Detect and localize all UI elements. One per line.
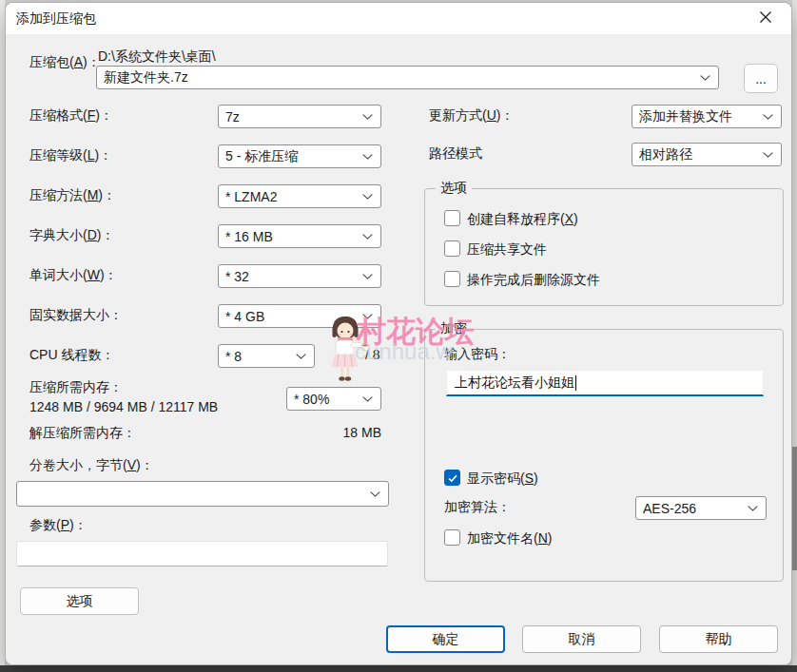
password-label: 输入密码： bbox=[444, 346, 511, 363]
chevron-down-icon bbox=[370, 490, 380, 497]
word-size-label: 单词大小(W)： bbox=[29, 267, 118, 284]
level-label: 压缩等级(L)： bbox=[29, 147, 112, 164]
parameters-label: 参数(P)： bbox=[29, 517, 87, 534]
dialog-title: 添加到压缩包 bbox=[16, 10, 96, 28]
chevron-down-icon bbox=[362, 313, 373, 319]
path-mode-label: 路径模式 bbox=[429, 145, 482, 163]
update-mode-dropdown[interactable]: 添加并替换文件 bbox=[632, 105, 782, 128]
cpu-threads-max: / 8 bbox=[365, 347, 380, 362]
encryption-group-title: 加密 bbox=[436, 320, 472, 337]
chevron-down-icon bbox=[362, 395, 373, 402]
word-size-dropdown[interactable]: * 32 bbox=[218, 264, 381, 288]
chevron-down-icon bbox=[362, 193, 373, 200]
cpu-threads-dropdown[interactable]: * 8 bbox=[218, 344, 315, 368]
decompress-memory-value: 18 MB bbox=[286, 425, 381, 440]
add-to-archive-dialog: 添加到压缩包 压缩包(A)： D:\系统文件夹\桌面\ 新建文件夹.7z ...… bbox=[5, 2, 792, 665]
encryption-method-dropdown[interactable]: AES-256 bbox=[635, 496, 767, 520]
checkbox-show-password[interactable] bbox=[444, 470, 460, 486]
browse-button[interactable]: ... bbox=[744, 64, 778, 93]
chevron-down-icon bbox=[362, 153, 373, 160]
chevron-down-icon bbox=[362, 233, 373, 240]
encrypt-names-label[interactable]: 加密文件名(N) bbox=[467, 530, 552, 547]
close-button[interactable] bbox=[748, 7, 784, 31]
close-icon bbox=[759, 10, 772, 28]
format-label: 压缩格式(F)： bbox=[29, 107, 113, 125]
memory-usage-detail: 1248 MB / 9694 MB / 12117 MB bbox=[29, 399, 218, 414]
archive-label: 压缩包(A)： bbox=[29, 54, 101, 71]
options-button[interactable]: 选项 bbox=[20, 587, 139, 615]
text-caret bbox=[575, 375, 576, 391]
format-dropdown[interactable]: 7z bbox=[218, 105, 381, 128]
volume-size-combo[interactable] bbox=[16, 481, 389, 507]
delete-after-label[interactable]: 操作完成后删除源文件 bbox=[467, 272, 600, 289]
method-label: 压缩方法(M)： bbox=[29, 187, 116, 204]
cpu-threads-label: CPU 线程数： bbox=[29, 347, 114, 364]
chevron-down-icon bbox=[700, 74, 710, 81]
archive-name-combo[interactable]: 新建文件夹.7z bbox=[96, 66, 719, 89]
chevron-down-icon bbox=[748, 505, 758, 511]
update-mode-label: 更新方式(U)： bbox=[429, 107, 514, 125]
check-icon bbox=[447, 472, 458, 484]
memory-usage-label: 压缩所需内存： bbox=[29, 379, 123, 396]
checkbox-create-sfx[interactable] bbox=[444, 210, 460, 226]
help-button[interactable]: 帮助 bbox=[659, 625, 778, 653]
chevron-down-icon bbox=[296, 353, 306, 359]
chevron-down-icon bbox=[763, 113, 773, 120]
checkbox-delete-after[interactable] bbox=[444, 271, 460, 287]
parameters-input[interactable] bbox=[16, 541, 388, 566]
solid-block-dropdown[interactable]: * 4 GB bbox=[218, 304, 381, 328]
show-password-label[interactable]: 显示密码(S) bbox=[467, 470, 538, 488]
compress-shared-label[interactable]: 压缩共享文件 bbox=[467, 241, 547, 259]
create-sfx-label[interactable]: 创建自释放程序(X) bbox=[467, 211, 578, 228]
dictionary-dropdown[interactable]: * 16 MB bbox=[218, 224, 381, 248]
encryption-method-label: 加密算法： bbox=[444, 499, 511, 516]
checkbox-encrypt-names[interactable] bbox=[444, 529, 460, 546]
chevron-down-icon bbox=[362, 273, 373, 279]
password-input[interactable]: 上村花论坛看小姐姐 bbox=[446, 370, 764, 396]
path-mode-dropdown[interactable]: 相对路径 bbox=[632, 143, 782, 166]
level-dropdown[interactable]: 5 - 标准压缩 bbox=[218, 144, 381, 168]
options-group-title: 选项 bbox=[436, 180, 472, 197]
archive-path-text: D:\系统文件夹\桌面\ bbox=[98, 48, 216, 66]
solid-block-label: 固实数据大小： bbox=[29, 307, 123, 324]
checkbox-compress-shared[interactable] bbox=[444, 240, 460, 257]
background-scrollbar-fragment bbox=[792, 447, 797, 570]
cancel-button[interactable]: 取消 bbox=[522, 625, 641, 653]
ok-button[interactable]: 确定 bbox=[386, 625, 505, 653]
memory-usage-dropdown[interactable]: * 80% bbox=[286, 387, 381, 411]
chevron-down-icon bbox=[763, 151, 773, 158]
title-bar: 添加到压缩包 bbox=[6, 3, 791, 34]
decompress-memory-label: 解压缩所需内存： bbox=[29, 425, 136, 442]
volume-size-label: 分卷大小，字节(V)： bbox=[29, 457, 154, 474]
method-dropdown[interactable]: * LZMA2 bbox=[218, 184, 381, 208]
dictionary-label: 字典大小(D)： bbox=[29, 227, 114, 244]
chevron-down-icon bbox=[362, 113, 373, 120]
background-window-bottom-edge bbox=[0, 665, 797, 672]
